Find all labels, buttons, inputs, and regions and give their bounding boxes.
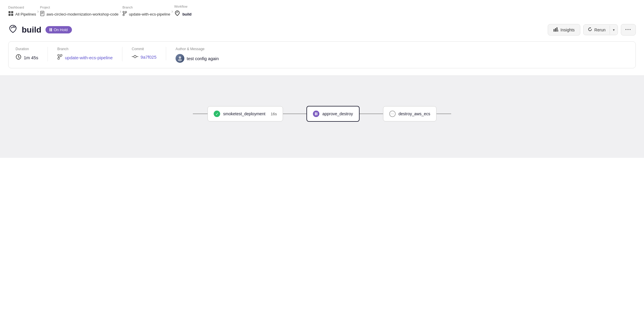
chevron-down-icon: ▾	[613, 28, 615, 32]
rerun-dropdown-button[interactable]: ▾	[610, 26, 618, 34]
info-card: Duration 1m 45s Branch	[8, 41, 636, 68]
pause-icon-node	[313, 111, 319, 117]
nav-branch-section: Branch update-with-ecs-pipeline	[122, 6, 170, 17]
svg-point-9	[125, 11, 127, 13]
workflow-nav-icon	[174, 10, 181, 18]
chevron-2: ›	[120, 9, 121, 14]
svg-rect-3	[11, 14, 13, 16]
pipeline-node-destroy[interactable]: ··· destroy_aws_ecs	[383, 106, 436, 121]
rerun-icon	[588, 27, 592, 33]
all-pipelines-label: All Pipelines	[15, 12, 36, 16]
status-label: On Hold	[54, 28, 68, 32]
branch-link[interactable]: update-with-ecs-pipeline	[122, 11, 170, 17]
smoketest-label: smoketest_deployment	[223, 111, 265, 116]
workflow-nav-label: Workflow	[174, 5, 191, 8]
pipeline-line-start	[193, 114, 208, 114]
insights-icon	[553, 27, 559, 33]
pipeline-line-2	[360, 114, 383, 114]
duration-value: 1m 45s	[16, 54, 38, 61]
status-badge: On Hold	[45, 26, 72, 33]
svg-rect-4	[41, 11, 44, 16]
project-icon	[40, 11, 45, 17]
commit-label: Commit	[132, 47, 156, 51]
pause-icon	[50, 28, 52, 31]
nav-project-section: Project aws-circleci-modernization-works…	[40, 6, 119, 17]
duration-section: Duration 1m 45s	[16, 47, 48, 61]
author-section: Author & Message test config again	[176, 47, 228, 63]
svg-point-18	[58, 58, 60, 60]
svg-rect-5	[41, 12, 43, 13]
pipeline-node-smoketest[interactable]: ✓ smoketest_deployment 16s	[208, 106, 283, 121]
svg-rect-0	[9, 11, 11, 13]
rerun-label: Rerun	[594, 28, 606, 32]
branch-info-label: Branch	[57, 47, 113, 51]
more-options-button[interactable]: ···	[621, 24, 636, 35]
branch-info-value: update-with-ecs-pipeline	[57, 54, 113, 61]
svg-point-16	[58, 55, 60, 56]
author-message: test config again	[187, 56, 219, 61]
svg-rect-11	[554, 29, 554, 32]
insights-label: Insights	[561, 28, 575, 32]
grid-icon	[8, 11, 14, 17]
project-link[interactable]: aws-circleci-modernization-workshop-code	[40, 11, 119, 17]
pipeline-flow: ✓ smoketest_deployment 16s approve_destr…	[12, 106, 632, 122]
top-nav: Dashboard All Pipelines › Project	[0, 0, 644, 21]
svg-point-23	[178, 59, 182, 61]
branch-info-icon	[57, 54, 63, 61]
svg-point-17	[60, 55, 62, 56]
dashboard-nav-label: Dashboard	[8, 6, 36, 9]
pipeline-line-end	[436, 114, 451, 114]
rerun-button-group: Rerun ▾	[583, 24, 618, 35]
svg-rect-7	[41, 14, 43, 14]
pipeline-node-approve[interactable]: approve_destroy	[306, 106, 359, 122]
pipeline-canvas: ✓ smoketest_deployment 16s approve_destr…	[0, 76, 644, 158]
rerun-main-button[interactable]: Rerun	[584, 25, 610, 35]
dots-icon: ···	[389, 111, 396, 117]
branch-section: Branch update-with-ecs-pipeline	[57, 47, 122, 61]
svg-point-10	[123, 14, 124, 16]
svg-rect-13	[557, 27, 557, 32]
commit-hash-link[interactable]: 9a7f025	[141, 55, 156, 60]
author-label: Author & Message	[176, 47, 219, 51]
branch-name: update-with-ecs-pipeline	[129, 12, 170, 16]
pipeline-line-1	[283, 114, 306, 114]
commit-section: Commit 9a7f025	[132, 47, 166, 60]
svg-rect-2	[9, 14, 11, 16]
clock-icon	[16, 54, 21, 61]
destroy-label: destroy_aws_ecs	[399, 111, 430, 116]
commit-icon	[132, 54, 138, 60]
svg-point-20	[134, 55, 136, 58]
svg-rect-12	[555, 28, 556, 32]
avatar	[176, 54, 184, 63]
nav-dashboard-section: Dashboard All Pipelines	[8, 6, 36, 17]
branch-nav-label: Branch	[122, 6, 170, 9]
project-name: aws-circleci-modernization-workshop-code	[46, 12, 119, 16]
page-title-section: build On Hold	[8, 24, 72, 35]
project-nav-label: Project	[40, 6, 119, 9]
branch-icon	[122, 11, 127, 17]
smoketest-duration: 16s	[271, 112, 277, 116]
success-icon: ✓	[214, 111, 220, 117]
workflow-title-icon	[8, 24, 18, 35]
chevron-3: ›	[171, 9, 173, 14]
branch-info-link[interactable]: update-with-ecs-pipeline	[65, 55, 113, 60]
approve-label: approve_destroy	[322, 111, 353, 116]
author-value: test config again	[176, 54, 219, 63]
page-title: build	[22, 25, 41, 35]
nav-workflow-section: Workflow build	[174, 5, 191, 18]
svg-point-8	[123, 11, 124, 13]
page-header: build On Hold Insights	[0, 21, 644, 41]
commit-value: 9a7f025	[132, 54, 156, 60]
svg-rect-6	[41, 13, 43, 13]
svg-point-22	[179, 56, 181, 59]
chevron-1: ›	[37, 9, 39, 14]
svg-rect-1	[11, 11, 13, 13]
more-icon: ···	[625, 27, 631, 33]
header-actions: Insights Rerun ▾ ···	[548, 24, 636, 35]
insights-button[interactable]: Insights	[548, 24, 580, 35]
workflow-name: build	[182, 12, 191, 16]
all-pipelines-link[interactable]: All Pipelines	[8, 11, 36, 17]
svg-rect-14	[558, 30, 558, 32]
duration-label: Duration	[16, 47, 38, 51]
